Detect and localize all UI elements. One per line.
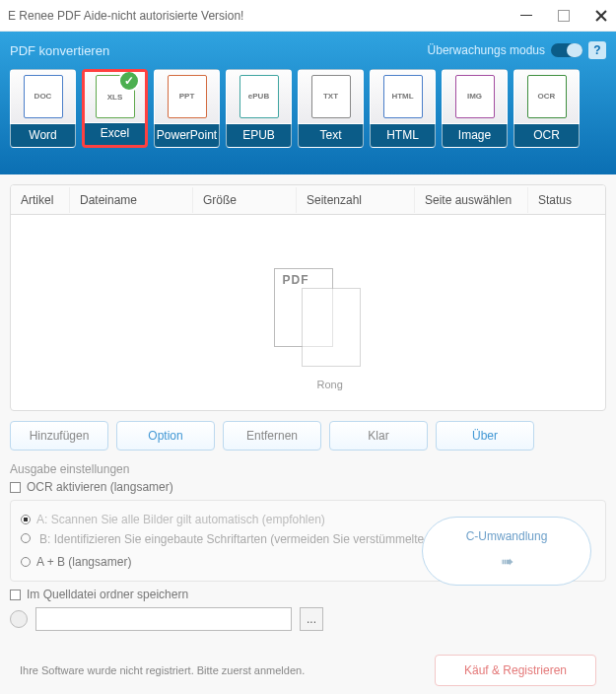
th-size: Größe [193,187,297,213]
ocr-icon: OCR [527,75,567,118]
monitor-label: Überwachungs modus [428,43,545,57]
register-bar: Ihre Software wurde nicht registriert. B… [10,655,606,686]
window-controls [519,9,608,23]
ribbon-top: PDF konvertieren Überwachungs modus ? [10,39,606,61]
about-button[interactable]: Über [436,421,534,451]
radio-icon [21,557,31,567]
tile-label: EPUB [227,123,291,147]
format-tiles: DOC Word XLS ✓ Excel PPT PowerPoint ePUB… [10,69,606,148]
radio-icon [21,515,31,524]
th-article: Artikel [11,187,70,213]
output-path-row: ... [10,607,606,631]
table-header: Artikel Dateiname Größe Seitenzahl Seite… [11,185,605,215]
close-icon [594,9,608,23]
clear-button[interactable]: Klar [329,421,428,451]
register-button[interactable]: Käuf & Registrieren [435,655,596,686]
option-button[interactable]: Option [116,421,215,451]
radio-icon [21,533,31,543]
tile-label: Word [11,123,75,147]
title-bar: E Renee PDF Aide-nicht autorisierte Vers… [0,0,616,32]
ocr-checkbox-row[interactable]: OCR aktivieren (langsamer) [10,480,606,494]
folder-icon [10,610,28,628]
pdf-placeholder-icon: PDF Rong [274,268,343,357]
html-icon: HTML [383,75,423,118]
maximize-button[interactable] [557,9,571,23]
arrow-icon: ➠ [501,551,513,573]
excel-icon: XLS ✓ [96,75,135,118]
ribbon: PDF konvertieren Überwachungs modus ? DO… [0,32,616,174]
doc-icon: TXT [299,70,363,123]
th-selectpage: Seite auswählen [415,187,528,213]
monitor-toggle[interactable] [551,43,582,57]
option-b-label: B: Identifizieren Sie eingebaute Schrift… [39,532,473,546]
tile-label: PowerPoint [155,123,219,147]
check-icon: ✓ [118,70,140,92]
tile-html[interactable]: HTML HTML [370,69,436,148]
minimize-button[interactable] [519,9,533,23]
content: Artikel Dateiname Größe Seitenzahl Seite… [0,174,616,694]
tile-word[interactable]: DOC Word [10,69,76,148]
remove-button[interactable]: Entfernen [223,421,321,451]
table-body-dropzone[interactable]: PDF Rong [11,215,605,410]
tile-epub[interactable]: ePUB EPUB [226,69,292,148]
checkbox-icon [10,590,21,600]
th-pagecount: Seitenzahl [297,187,415,213]
tile-label: HTML [371,123,435,147]
window-title: E Renee PDF Aide-nicht autorisierte Vers… [8,9,243,23]
checkbox-icon [10,482,21,493]
output-settings: Ausgabe einstellungen OCR aktivieren (la… [10,462,606,631]
th-filename: Dateiname [70,187,193,213]
doc-icon: DOC [11,70,75,123]
tile-image[interactable]: IMG Image [442,69,508,148]
th-status: Status [528,187,605,213]
convert-label: C-Umwandlung [466,528,548,545]
doc-icon: XLS ✓ [85,72,145,122]
option-a-label: A: Scannen Sie alle Bilder gilt automati… [36,512,325,528]
option-ab-label: A + B (langsamer) [36,554,131,571]
output-path-input[interactable] [35,607,292,631]
maximize-icon [558,10,570,22]
monitor-mode: Überwachungs modus ? [428,41,606,59]
save-source-row[interactable]: Im Quelldatei ordner speichern [10,588,606,601]
doc-icon: IMG [443,70,507,123]
action-buttons: Hinzufügen Option Entfernen Klar Über [10,421,606,451]
tile-label: OCR [514,123,579,147]
tile-label: Text [299,123,363,147]
tile-label: Excel [85,122,145,145]
cursor-label: Rong [317,379,343,390]
image-icon: IMG [455,75,495,118]
convert-button[interactable]: C-Umwandlung ➠ [422,517,591,586]
close-button[interactable] [594,9,608,23]
tile-ocr[interactable]: OCR OCR [513,69,580,148]
doc-icon: HTML [371,70,435,123]
ocr-options-box: A: Scannen Sie alle Bilder gilt automati… [10,500,606,582]
doc-icon: ePUB [227,70,291,123]
powerpoint-icon: PPT [168,75,207,118]
ocr-label: OCR aktivieren (langsamer) [27,480,173,494]
pdf-tag: PDF [283,273,309,287]
tile-powerpoint[interactable]: PPT PowerPoint [154,69,220,148]
save-source-label: Im Quelldatei ordner speichern [27,588,188,601]
register-text: Ihre Software wurde nicht registriert. B… [20,663,305,678]
browse-button[interactable]: ... [300,607,323,631]
word-icon: DOC [24,75,63,118]
epub-icon: ePUB [240,75,279,118]
output-heading: Ausgabe einstellungen [10,462,606,476]
tile-label: Image [443,123,507,147]
help-icon[interactable]: ? [588,41,606,59]
text-icon: TXT [311,75,351,118]
add-button[interactable]: Hinzufügen [10,421,108,451]
pdf-page-icon-2 [302,288,361,367]
page-title: PDF konvertieren [10,43,109,58]
tile-text[interactable]: TXT Text [298,69,364,148]
doc-icon: OCR [514,70,579,123]
minimize-icon [520,15,532,16]
tile-excel[interactable]: XLS ✓ Excel [82,69,148,148]
doc-icon: PPT [155,70,219,123]
file-table: Artikel Dateiname Größe Seitenzahl Seite… [10,184,606,411]
